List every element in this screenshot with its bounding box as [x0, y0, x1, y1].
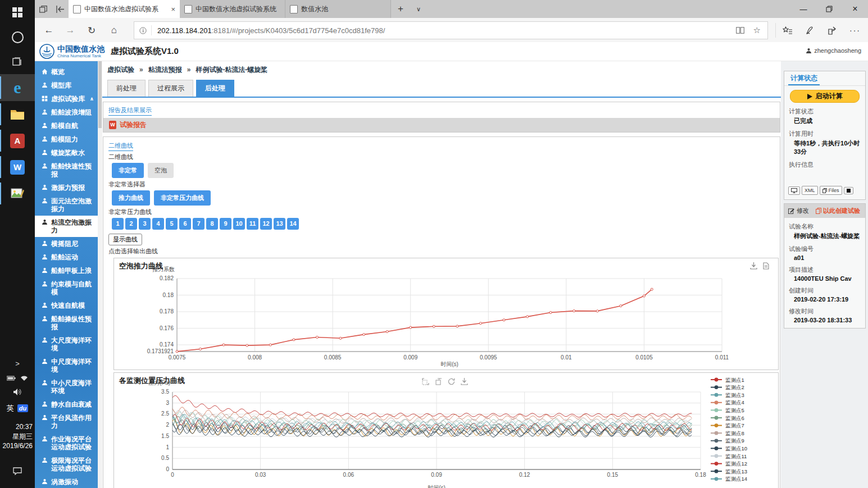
create-from-this-button[interactable]: 以此创建试验 — [816, 207, 860, 215]
sidebar-item-平台风流作用力[interactable]: 平台风流作用力 — [35, 411, 98, 432]
share-button[interactable] — [824, 23, 841, 38]
site-info-icon[interactable] — [134, 25, 152, 35]
taskbar-acrobat-button[interactable]: A — [0, 127, 35, 154]
tray-expand-button[interactable]: > — [0, 359, 35, 368]
sidebar-item-模型库[interactable]: 模型库 — [35, 79, 98, 92]
point-button-4[interactable]: 4 — [152, 218, 164, 230]
console-button[interactable] — [788, 186, 800, 195]
sidebar-item-螺旋桨敞水[interactable]: 螺旋桨敞水 — [35, 146, 98, 159]
set-tabs-aside-button[interactable] — [52, 0, 69, 18]
home-button[interactable]: ⌂ — [107, 23, 121, 38]
sidebar-item-概览[interactable]: 概览 — [35, 65, 98, 79]
save-image-icon[interactable] — [461, 378, 468, 385]
sidebar-item-作业海况平台运动虚拟试验[interactable]: 作业海况平台运动虚拟试验 — [35, 432, 98, 454]
tab-前处理[interactable]: 前处理 — [107, 80, 146, 97]
sidebar-item-激振力预报[interactable]: 激振力预报 — [35, 181, 98, 194]
point-button-13[interactable]: 13 — [274, 218, 285, 230]
cortana-button[interactable] — [0, 25, 35, 49]
point-button-11[interactable]: 11 — [247, 218, 258, 230]
point-button-7[interactable]: 7 — [193, 218, 204, 230]
point-button-9[interactable]: 9 — [220, 218, 231, 230]
sidebar-item-船舶甲板上浪[interactable]: 船舶甲板上浪 — [35, 264, 98, 277]
tab-close-icon[interactable]: × — [171, 5, 175, 13]
sidebar-item-中尺度海洋环境[interactable]: 中尺度海洋环境 — [35, 355, 98, 376]
point-button-1[interactable]: 1 — [112, 218, 124, 230]
test-report-link[interactable]: 试验报告 — [120, 120, 147, 130]
minimize-button[interactable]: — — [790, 0, 816, 18]
sidebar-item-约束模与自航模[interactable]: 约束模与自航模 — [35, 277, 98, 299]
taskbar-wps-button[interactable]: W — [0, 154, 35, 180]
more-options-button[interactable]: ··· — [847, 23, 864, 38]
app-logo[interactable]: 中国数值水池 China Numerical Tank — [39, 44, 104, 59]
tab-preview-button[interactable] — [35, 0, 52, 18]
legend-item[interactable]: 监测点2 — [711, 384, 744, 390]
point-button-10[interactable]: 10 — [233, 218, 245, 230]
annotate-pen-button[interactable] — [802, 23, 819, 38]
xml-button[interactable]: XML — [802, 186, 818, 195]
sidebar-scrollbar[interactable]: ▲ — [98, 54, 102, 488]
legend-item[interactable]: 监测点14 — [711, 476, 747, 482]
zoom-select-icon[interactable] — [422, 378, 429, 385]
legend-item[interactable]: 监测点3 — [711, 392, 744, 398]
point-button-8[interactable]: 8 — [206, 218, 218, 230]
data-view-icon[interactable] — [763, 262, 769, 270]
legend-item[interactable]: 监测点4 — [711, 399, 744, 405]
action-center-button[interactable] — [0, 467, 35, 475]
legend-item[interactable]: 监测点1 — [711, 377, 744, 383]
point-button-5[interactable]: 5 — [166, 218, 178, 230]
scrollbar-thumb[interactable] — [98, 61, 102, 128]
browser-tab[interactable]: 中国数值水池虚拟试验系× — [69, 0, 180, 18]
taskbar-edge-button[interactable]: e — [0, 74, 35, 101]
sidebar-item-粘流空泡激振力[interactable]: 粘流空泡激振力 — [35, 216, 98, 237]
point-button-3[interactable]: 3 — [139, 218, 151, 230]
compute-status-tab[interactable]: 计算状态 — [788, 71, 820, 85]
tab-list-dropdown-button[interactable]: ∨ — [410, 0, 427, 18]
sidebar-item-极限海况平台运动虚拟试验[interactable]: 极限海况平台运动虚拟试验 — [35, 454, 98, 475]
user-menu[interactable]: zhengchaosheng — [806, 47, 861, 54]
sidebar-item-虚拟试验库[interactable]: 虚拟试验库∧ — [35, 92, 98, 106]
point-button-2[interactable]: 2 — [125, 218, 137, 230]
legend-item[interactable]: 监测点6 — [711, 415, 744, 421]
files-button[interactable]: Files — [820, 186, 842, 195]
new-tab-button[interactable]: + — [391, 0, 410, 18]
tab-后处理[interactable]: 后处理 — [196, 80, 234, 97]
language-indicator[interactable]: 英 du — [0, 403, 35, 413]
refresh-button[interactable]: ↻ — [84, 23, 99, 38]
restore-button[interactable] — [816, 0, 842, 18]
sidebar-item-涡激振动[interactable]: 涡激振动 — [35, 475, 98, 488]
legend-item[interactable]: 监测点12 — [711, 460, 747, 467]
browser-tab[interactable]: 数值水池 — [285, 0, 391, 18]
zoom-reset-icon[interactable] — [435, 378, 442, 385]
taskbar-clock[interactable]: 20:37 星期三 2019/6/26 — [0, 422, 33, 451]
sidebar-item-船舶运动[interactable]: 船舶运动 — [35, 250, 98, 264]
legend-item[interactable]: 监测点7 — [711, 422, 744, 428]
selector-button-非定常压力曲线[interactable]: 非定常压力曲线 — [154, 190, 211, 206]
sidebar-item-大尺度海洋环境[interactable]: 大尺度海洋环境 — [35, 334, 98, 355]
address-bar[interactable]: 202.118.184.201:8181/#/projects/K0403/5c… — [134, 21, 768, 39]
breadcrumb-item[interactable]: 粘流法预报 — [148, 66, 182, 74]
sidebar-item-横摇阻尼[interactable]: 横摇阻尼 — [35, 237, 98, 250]
tab-过程展示[interactable]: 过程展示 — [148, 80, 193, 97]
report-row[interactable]: W 试验报告 — [103, 118, 780, 132]
back-button[interactable]: ← — [42, 23, 56, 38]
sidebar-item-船舶快速性预报[interactable]: 船舶快速性预报 — [35, 159, 98, 181]
sidebar-item-船舶波浪增阻[interactable]: 船舶波浪增阻 — [35, 106, 98, 119]
stop-button[interactable] — [844, 187, 853, 194]
point-button-6[interactable]: 6 — [179, 218, 191, 230]
pressure-chart[interactable]: 00.030.060.090.120.150.1800.511.522.533.… — [114, 373, 777, 488]
restore-chart-icon[interactable] — [448, 378, 455, 385]
taskbar-file-explorer-button[interactable] — [0, 101, 35, 127]
volume-button[interactable] — [0, 389, 35, 395]
point-button-14[interactable]: 14 — [287, 218, 299, 230]
edit-button[interactable]: 修改 — [788, 207, 809, 215]
taskbar-image-editor-button[interactable] — [0, 180, 35, 207]
reading-view-icon[interactable] — [736, 27, 744, 34]
legend-item[interactable]: 监测点10 — [711, 445, 747, 451]
start-button[interactable] — [0, 0, 35, 25]
legend-item[interactable]: 监测点5 — [711, 407, 744, 413]
sidebar-item-船模阻力[interactable]: 船模阻力 — [35, 133, 98, 146]
hub-favorites-button[interactable] — [779, 23, 796, 38]
thrust-chart[interactable]: 0.00750.0080.00850.0090.00950.010.01050.… — [114, 258, 777, 368]
sidebar-item-中小尺度海洋环境[interactable]: 中小尺度海洋环境 — [35, 376, 98, 398]
tray-status-icons[interactable] — [0, 375, 35, 381]
